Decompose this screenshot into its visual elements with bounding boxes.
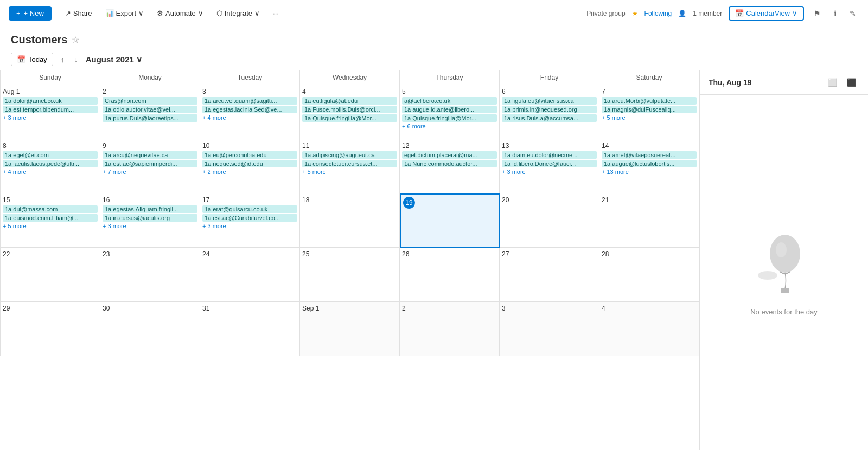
next-month-button[interactable]: ↓ xyxy=(72,53,80,66)
day-cell[interactable]: 41a eu.ligula@at.edu1a Fusce.mollis.Duis… xyxy=(300,85,400,139)
event-item[interactable]: 1a est.tempor.bibendum... xyxy=(3,106,98,113)
event-item[interactable]: Cras@non.com xyxy=(103,97,197,105)
event-item[interactable]: 1a dui@massa.com xyxy=(3,205,98,213)
day-cell[interactable]: 161a egestas.Aliquam.fringil...1a in.cur… xyxy=(100,193,200,248)
more-events-link[interactable]: + 4 more xyxy=(3,169,98,175)
event-item[interactable]: 1a Quisque.fringilla@Mor... xyxy=(302,114,397,122)
event-item[interactable]: 1a in.cursus@iaculis.org xyxy=(103,214,197,222)
calendar-view-button[interactable]: 📅 CalendarView ∨ xyxy=(729,6,804,21)
more-events-link[interactable]: + 13 more xyxy=(602,169,697,175)
day-cell[interactable]: 30 xyxy=(100,302,200,356)
event-item[interactable]: 1a risus.Duis.a@accumsa... xyxy=(502,114,597,122)
event-item[interactable]: 1a primis.in@nequesed.org xyxy=(502,106,597,113)
day-cell[interactable]: 2Cras@non.com1a odio.auctor.vitae@vel...… xyxy=(100,85,200,139)
more-events-link[interactable]: + 3 more xyxy=(502,169,597,175)
new-button[interactable]: + + New xyxy=(9,6,52,21)
day-cell[interactable]: 91a arcu@nequevitae.ca1a est.ac@sapienim… xyxy=(100,139,200,193)
day-cell[interactable]: 28 xyxy=(599,248,699,302)
day-cell[interactable]: 131a diam.eu.dolor@necme...1a id.libero.… xyxy=(500,139,599,193)
day-cell[interactable]: 3 xyxy=(500,302,599,356)
day-cell[interactable]: 111a adipiscing@augueut.ca1a consectetue… xyxy=(300,139,400,193)
event-item[interactable]: 1a ligula.eu@vitaerisus.ca xyxy=(502,97,597,105)
panel-icon-btn2[interactable]: ⬛ xyxy=(844,76,859,89)
day-cell[interactable]: 20 xyxy=(500,193,599,248)
panel-icon-btn1[interactable]: ⬜ xyxy=(825,76,840,89)
more-events-link[interactable]: + 7 more xyxy=(103,169,197,175)
day-cell[interactable]: 27 xyxy=(500,248,599,302)
more-events-link[interactable]: + 3 more xyxy=(202,223,297,229)
day-cell[interactable]: 81a eget@et.com1a iaculis.lacus.pede@ult… xyxy=(1,139,100,193)
day-cell[interactable]: 151a dui@massa.com1a euismod.enim.Etiam@… xyxy=(1,193,100,248)
more-events-link[interactable]: + 3 more xyxy=(103,223,197,229)
day-cell[interactable]: 26 xyxy=(400,248,500,302)
export-button[interactable]: 📊 Export ∨ xyxy=(101,7,149,20)
event-item[interactable]: 1a Nunc.commodo.auctor... xyxy=(402,160,497,167)
event-item[interactable]: 1a euismod.enim.Etiam@... xyxy=(3,214,98,222)
filter-button[interactable]: ⚑ xyxy=(810,7,824,20)
more-events-link[interactable]: + 3 more xyxy=(3,114,98,121)
event-item[interactable]: 1a eget@et.com xyxy=(3,151,98,159)
more-button[interactable]: ··· xyxy=(269,7,283,20)
day-cell[interactable]: 31a arcu.vel.quam@sagitti...1a egestas.l… xyxy=(200,85,300,139)
more-events-link[interactable]: + 5 more xyxy=(302,169,397,175)
day-cell[interactable]: 24 xyxy=(200,248,300,302)
day-cell[interactable]: 141a amet@vitaeposuereat...1a augue@luct… xyxy=(599,139,699,193)
more-events-link[interactable]: + 6 more xyxy=(402,123,497,130)
event-item[interactable]: 1a dolor@amet.co.uk xyxy=(3,97,98,105)
following-label[interactable]: Following xyxy=(644,10,672,17)
event-item[interactable]: 1a Quisque.fringilla@Mor... xyxy=(402,114,497,122)
event-item[interactable]: 1a purus.Duis@laoreetips... xyxy=(103,114,197,122)
day-cell[interactable]: 171a erat@quisarcu.co.uk1a est.ac@Curabi… xyxy=(200,193,300,248)
share-button[interactable]: ↗ Share xyxy=(61,7,97,20)
day-cell[interactable]: 101a eu@perconubia.edu1a neque.sed@id.ed… xyxy=(200,139,300,193)
event-item[interactable]: 1a adipiscing@augueut.ca xyxy=(302,151,397,159)
integrate-button[interactable]: ⬡ Integrate ∨ xyxy=(212,7,264,20)
prev-month-button[interactable]: ↑ xyxy=(59,53,67,66)
day-cell[interactable]: 12eget.dictum.placerat@ma...1a Nunc.comm… xyxy=(400,139,500,193)
event-item[interactable]: 1a erat@quisarcu.co.uk xyxy=(202,205,297,213)
favorite-star-icon[interactable]: ☆ xyxy=(72,35,79,45)
day-cell[interactable]: 23 xyxy=(100,248,200,302)
event-item[interactable]: 1a arcu.vel.quam@sagitti... xyxy=(202,97,297,105)
info-button[interactable]: ℹ xyxy=(831,7,840,20)
month-label[interactable]: August 2021 ∨ xyxy=(86,55,142,64)
day-cell[interactable]: 61a ligula.eu@vitaerisus.ca1a primis.in@… xyxy=(500,85,599,139)
event-item[interactable]: 1a augue@luctuslobortis... xyxy=(602,160,697,167)
more-events-link[interactable]: + 5 more xyxy=(3,223,98,229)
event-item[interactable]: 1a arcu@nequevitae.ca xyxy=(103,151,197,159)
event-item[interactable]: 1a diam.eu.dolor@necme... xyxy=(502,151,597,159)
event-item[interactable]: 1a eu@perconubia.edu xyxy=(202,151,297,159)
event-item[interactable]: 1a egestas.lacinia.Sed@ve... xyxy=(202,106,297,113)
event-item[interactable]: 1a est.ac@sapienimperdi... xyxy=(103,160,197,167)
event-item[interactable]: 1a est.ac@Curabiturvel.co... xyxy=(202,214,297,222)
more-events-link[interactable]: + 4 more xyxy=(202,114,297,121)
event-item[interactable]: 1a arcu.Morbi@vulputate... xyxy=(602,97,697,105)
day-cell[interactable]: 5a@aclibero.co.uk1a augue.id.ante@libero… xyxy=(400,85,500,139)
event-item[interactable]: 1a odio.auctor.vitae@vel... xyxy=(103,106,197,113)
day-cell[interactable]: 19 xyxy=(400,193,500,248)
event-item[interactable]: 1a neque.sed@id.edu xyxy=(202,160,297,167)
event-item[interactable]: eget.dictum.placerat@ma... xyxy=(402,151,497,159)
day-cell[interactable]: 2 xyxy=(400,302,500,356)
event-item[interactable]: 1a consectetuer.cursus.et... xyxy=(302,160,397,167)
day-cell[interactable]: 31 xyxy=(200,302,300,356)
event-item[interactable]: a@aclibero.co.uk xyxy=(402,97,497,105)
edit-button[interactable]: ✎ xyxy=(846,7,859,20)
event-item[interactable]: 1a eu.ligula@at.edu xyxy=(302,97,397,105)
event-item[interactable]: 1a magnis@duiFuscealiq... xyxy=(602,106,697,113)
day-cell[interactable]: 25 xyxy=(300,248,400,302)
day-cell[interactable]: Aug 11a dolor@amet.co.uk1a est.tempor.bi… xyxy=(1,85,100,139)
day-cell[interactable]: 22 xyxy=(1,248,100,302)
event-item[interactable]: 1a egestas.Aliquam.fringil... xyxy=(103,205,197,213)
event-item[interactable]: 1a Fusce.mollis.Duis@orci... xyxy=(302,106,397,113)
automate-button[interactable]: ⚙ Automate ∨ xyxy=(152,7,208,20)
more-events-link[interactable]: + 2 more xyxy=(202,169,297,175)
day-cell[interactable]: 21 xyxy=(599,193,699,248)
day-cell[interactable]: 71a arcu.Morbi@vulputate...1a magnis@dui… xyxy=(599,85,699,139)
day-cell[interactable]: 4 xyxy=(599,302,699,356)
more-events-link[interactable]: + 5 more xyxy=(602,114,697,121)
event-item[interactable]: 1a id.libero.Donec@fauci... xyxy=(502,160,597,167)
day-cell[interactable]: Sep 1 xyxy=(300,302,400,356)
event-item[interactable]: 1a iaculis.lacus.pede@ultr... xyxy=(3,160,98,167)
day-cell[interactable]: 18 xyxy=(300,193,400,248)
